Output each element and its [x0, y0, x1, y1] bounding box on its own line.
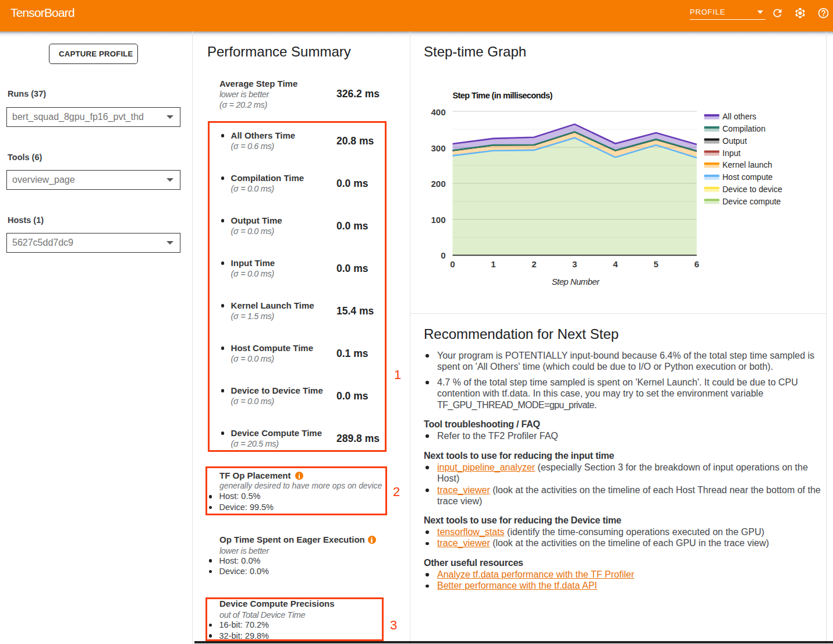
- svg-text:0: 0: [450, 259, 455, 269]
- svg-text:Kernel launch: Kernel launch: [722, 160, 772, 169]
- svg-text:100: 100: [431, 215, 445, 225]
- svg-text:Device to device: Device to device: [722, 185, 782, 194]
- svg-text:Step Number: Step Number: [552, 277, 600, 286]
- svg-text:Step Time (in milliseconds): Step Time (in milliseconds): [453, 91, 553, 100]
- svg-text:300: 300: [431, 143, 445, 153]
- svg-text:Input: Input: [722, 148, 740, 158]
- svg-text:2: 2: [531, 259, 536, 269]
- svg-text:Host compute: Host compute: [722, 172, 773, 182]
- svg-text:All others: All others: [722, 112, 756, 121]
- svg-text:200: 200: [431, 179, 445, 189]
- svg-text:6: 6: [694, 259, 699, 269]
- svg-text:5: 5: [654, 259, 658, 269]
- svg-text:400: 400: [431, 107, 445, 117]
- svg-text:4: 4: [613, 259, 618, 269]
- svg-text:Output: Output: [722, 136, 747, 146]
- svg-text:Compilation: Compilation: [722, 124, 765, 133]
- svg-text:3: 3: [572, 259, 577, 269]
- svg-text:Device compute: Device compute: [722, 197, 781, 206]
- svg-text:0: 0: [441, 250, 445, 260]
- svg-text:1: 1: [491, 259, 495, 269]
